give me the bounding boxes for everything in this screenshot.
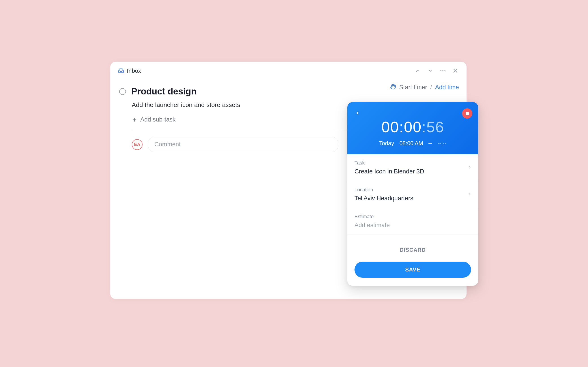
- timer-toolbar: Start timer / Add time: [390, 84, 459, 91]
- timer-panel: 00:00:56 Today 08:00 AM --:-- Task Creat…: [347, 102, 478, 286]
- back-button[interactable]: [355, 110, 360, 116]
- add-time-link[interactable]: Add time: [435, 84, 459, 91]
- plus-icon: [132, 117, 137, 122]
- breadcrumb-label: Inbox: [127, 67, 141, 74]
- separator: /: [430, 84, 432, 91]
- task-field-value: Create Icon in Blender 3D: [355, 168, 471, 175]
- location-field[interactable]: Location Tel Aviv Headquarters: [347, 181, 478, 208]
- task-field-label: Task: [355, 160, 471, 166]
- estimate-field-placeholder: Add estimate: [355, 222, 471, 229]
- card-header: Inbox: [110, 62, 467, 80]
- estimate-field[interactable]: Estimate Add estimate: [347, 208, 478, 235]
- location-field-label: Location: [355, 187, 471, 193]
- stop-icon: [466, 112, 469, 115]
- estimate-field-label: Estimate: [355, 214, 471, 219]
- timer-seconds: 56: [426, 118, 444, 135]
- start-timer-link[interactable]: Start timer: [399, 84, 427, 91]
- next-button[interactable]: [427, 67, 434, 74]
- stop-timer-button[interactable]: [462, 108, 472, 119]
- previous-button[interactable]: [414, 67, 421, 74]
- close-button[interactable]: [452, 67, 459, 74]
- close-icon: [452, 67, 458, 74]
- dash-icon: [428, 143, 432, 144]
- chevron-right-icon: [468, 192, 472, 197]
- comment-input[interactable]: Comment: [148, 137, 338, 152]
- breadcrumb[interactable]: Inbox: [118, 67, 141, 74]
- timer-day: Today: [379, 140, 394, 147]
- hand-icon: [390, 84, 396, 91]
- timer-display: 00:00:56: [355, 118, 471, 136]
- location-field-value: Tel Aviv Headquarters: [355, 195, 471, 202]
- more-dots-icon: [440, 70, 445, 71]
- timer-actions: DISCARD SAVE: [347, 235, 478, 286]
- chevron-right-icon: [468, 165, 472, 170]
- inbox-icon: [118, 67, 124, 74]
- chevron-up-icon: [415, 68, 420, 73]
- more-options-button[interactable]: [439, 67, 446, 74]
- timer-start-time: 08:00 AM: [399, 140, 423, 147]
- avatar[interactable]: EA: [132, 139, 143, 150]
- task-field[interactable]: Task Create Icon in Blender 3D: [347, 154, 478, 181]
- timer-minutes: 00: [404, 118, 422, 135]
- complete-checkbox[interactable]: [119, 88, 126, 95]
- header-actions: [414, 67, 459, 74]
- timer-meta: Today 08:00 AM --:--: [355, 140, 471, 147]
- add-subtask-label: Add sub-task: [140, 116, 176, 123]
- save-button[interactable]: SAVE: [355, 262, 471, 278]
- chevron-left-icon: [355, 110, 360, 116]
- timer-end-time: --:--: [437, 140, 446, 147]
- discard-button[interactable]: DISCARD: [355, 244, 471, 256]
- chevron-down-icon: [428, 68, 433, 73]
- task-title[interactable]: Product design: [131, 86, 197, 96]
- timer-header: 00:00:56 Today 08:00 AM --:--: [347, 102, 478, 154]
- timer-hours: 00: [381, 118, 399, 135]
